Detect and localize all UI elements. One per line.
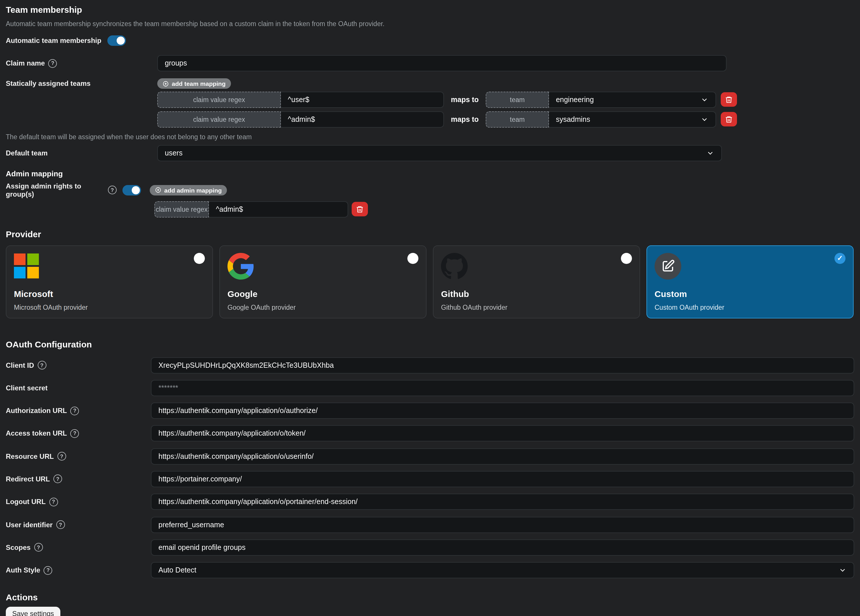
provider-radio[interactable] xyxy=(621,252,632,263)
toggle-knob xyxy=(132,186,140,194)
claim-value-regex-prefix: claim value regex xyxy=(154,201,209,217)
team-select[interactable]: sysadmins xyxy=(549,111,716,127)
provider-radio[interactable] xyxy=(194,252,205,263)
provider-card-description: Custom OAuth provider xyxy=(654,304,846,310)
claim-name-label: Claim name xyxy=(6,59,45,67)
team-mapping-row: claim value regex ^user$ maps to team en… xyxy=(157,91,737,108)
provider-card-title: Google xyxy=(228,288,418,298)
selected-check-icon: ✓ xyxy=(835,252,846,263)
github-logo-icon xyxy=(441,252,632,279)
team-prefix: team xyxy=(486,111,549,127)
toggle-knob xyxy=(116,36,124,45)
maps-to-label: maps to xyxy=(451,115,479,123)
microsoft-logo-icon xyxy=(14,252,205,279)
provider-card-custom[interactable]: ✓ Custom Custom OAuth provider xyxy=(647,245,854,318)
section-title-oauth-configuration: OAuth Configuration xyxy=(6,339,854,349)
help-icon[interactable]: ? xyxy=(49,498,58,506)
section-title-team-membership: Team membership xyxy=(6,0,854,14)
help-icon[interactable]: ? xyxy=(71,406,79,415)
redirect-url-label: Redirect URL xyxy=(6,475,50,483)
assign-admin-rights-label: Assign admin rights to group(s) xyxy=(6,182,104,198)
help-icon[interactable]: ? xyxy=(53,475,62,483)
provider-card-microsoft[interactable]: Microsoft Microsoft OAuth provider xyxy=(6,245,213,318)
delete-team-mapping-button[interactable] xyxy=(721,92,737,107)
default-team-note: The default team will be assigned when t… xyxy=(6,133,854,140)
section-title-provider: Provider xyxy=(6,229,854,239)
claim-value-regex-input[interactable]: ^user$ xyxy=(281,91,444,108)
resource-url-label: Resource URL xyxy=(6,452,54,460)
circle-plus-icon xyxy=(163,80,169,87)
help-icon[interactable]: ? xyxy=(49,59,57,67)
provider-radio[interactable] xyxy=(407,252,418,263)
authorization-url-input[interactable]: https://authentik.company/application/o/… xyxy=(151,403,854,419)
access-token-url-label: Access token URL xyxy=(6,429,67,437)
trash-icon xyxy=(725,115,733,123)
help-icon[interactable]: ? xyxy=(34,543,42,552)
section-title-admin-mapping: Admin mapping xyxy=(6,169,854,178)
client-secret-label: Client secret xyxy=(6,384,47,392)
provider-card-title: Custom xyxy=(654,288,846,298)
default-team-label: Default team xyxy=(6,149,47,157)
admin-claim-regex-input[interactable]: ^admin$ xyxy=(209,201,348,217)
logout-url-label: Logout URL xyxy=(6,498,46,506)
provider-card-description: Github OAuth provider xyxy=(441,304,632,310)
circle-plus-icon xyxy=(155,187,161,193)
save-settings-button[interactable]: Save settings xyxy=(6,607,60,616)
redirect-url-input[interactable]: https://portainer.company/ xyxy=(151,471,854,487)
chevron-down-icon xyxy=(838,566,847,574)
help-icon[interactable]: ? xyxy=(56,520,65,529)
help-icon[interactable]: ? xyxy=(57,452,66,461)
provider-card-google[interactable]: Google Google OAuth provider xyxy=(219,245,427,318)
claim-value-regex-prefix: claim value regex xyxy=(157,91,281,108)
help-icon[interactable]: ? xyxy=(108,186,117,194)
help-icon[interactable]: ? xyxy=(38,361,46,370)
auth-style-select[interactable]: Auto Detect xyxy=(151,562,854,578)
default-team-select[interactable]: users xyxy=(157,145,722,161)
team-membership-description: Automatic team membership synchronizes t… xyxy=(6,20,854,27)
google-logo-icon xyxy=(228,252,418,279)
auth-style-label: Auth Style xyxy=(6,566,40,574)
authorization-url-label: Authorization URL xyxy=(6,407,67,415)
statically-assigned-teams-label: Statically assigned teams xyxy=(6,80,91,88)
help-icon[interactable]: ? xyxy=(44,566,52,575)
team-select[interactable]: engineering xyxy=(549,91,716,108)
resource-url-input[interactable]: https://authentik.company/application/o/… xyxy=(151,448,854,464)
provider-card-github[interactable]: Github Github OAuth provider xyxy=(433,245,640,318)
client-secret-input[interactable]: ******* xyxy=(151,380,854,396)
access-token-url-input[interactable]: https://authentik.company/application/o/… xyxy=(151,425,854,442)
provider-card-title: Github xyxy=(441,288,632,298)
claim-value-regex-prefix: claim value regex xyxy=(157,111,281,127)
scopes-input[interactable]: email openid profile groups xyxy=(151,539,854,556)
automatic-team-membership-toggle[interactable] xyxy=(107,35,126,46)
add-admin-mapping-button[interactable]: add admin mapping xyxy=(150,185,227,195)
provider-card-title: Microsoft xyxy=(14,288,205,298)
logout-url-input[interactable]: https://authentik.company/application/o/… xyxy=(151,494,854,510)
provider-card-description: Google OAuth provider xyxy=(228,304,418,310)
trash-icon xyxy=(725,96,733,103)
delete-team-mapping-button[interactable] xyxy=(721,112,737,127)
trash-icon xyxy=(356,205,364,213)
help-icon[interactable]: ? xyxy=(71,429,79,438)
claim-value-regex-input[interactable]: ^admin$ xyxy=(281,111,444,127)
claim-name-input[interactable]: groups xyxy=(157,55,727,71)
team-prefix: team xyxy=(486,91,549,108)
team-mapping-row: claim value regex ^admin$ maps to team s… xyxy=(157,111,737,127)
assign-admin-rights-toggle[interactable] xyxy=(122,185,141,195)
user-identifier-label: User identifier xyxy=(6,520,52,529)
oauth-settings-page: Team membership Automatic team membershi… xyxy=(0,0,860,616)
chevron-down-icon xyxy=(706,149,714,157)
custom-edit-icon xyxy=(654,252,681,279)
admin-mapping-row: claim value regex ^admin$ xyxy=(6,201,854,217)
client-id-input[interactable]: XrecyPLpSUHDHrLpQqXK8sm2EkCHcTe3UBUbXhba xyxy=(151,357,854,373)
add-team-mapping-button[interactable]: add team mapping xyxy=(157,78,231,89)
automatic-team-membership-label: Automatic team membership xyxy=(6,36,101,45)
client-id-label: Client ID xyxy=(6,361,34,369)
maps-to-label: maps to xyxy=(451,96,479,103)
section-title-actions: Actions xyxy=(6,592,854,602)
scopes-label: Scopes xyxy=(6,544,30,552)
provider-card-description: Microsoft OAuth provider xyxy=(14,304,205,310)
chevron-down-icon xyxy=(700,96,709,103)
chevron-down-icon xyxy=(700,115,709,123)
user-identifier-input[interactable]: preferred_username xyxy=(151,517,854,533)
delete-admin-mapping-button[interactable] xyxy=(352,202,368,216)
